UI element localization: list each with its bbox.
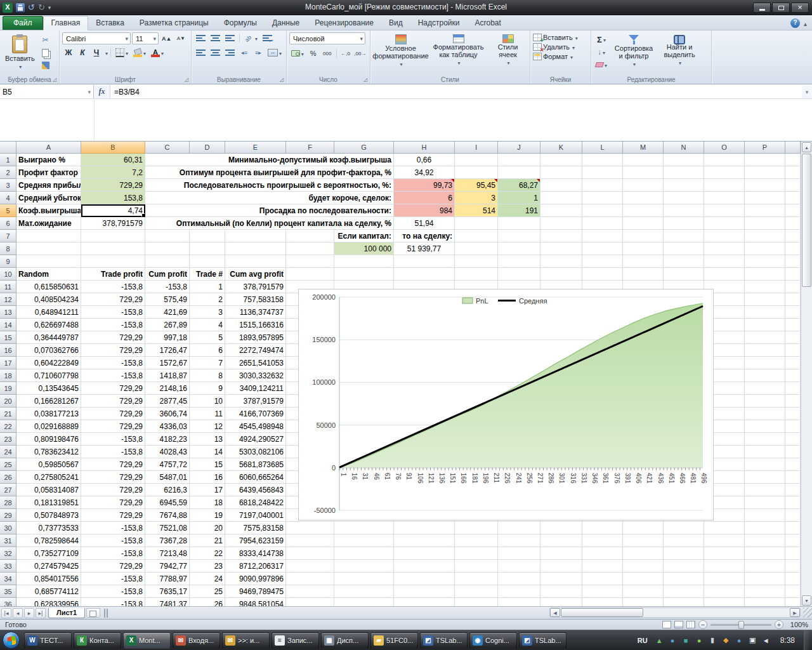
tray-icon-9[interactable]: ◄ <box>761 635 771 646</box>
tray-icon-3[interactable]: ■ <box>681 635 691 646</box>
row-header-20[interactable]: 20 <box>0 395 16 408</box>
cell-J35[interactable] <box>498 585 540 598</box>
taskbar-button-inbox[interactable]: ✉Входя... <box>173 632 220 649</box>
cell-E27[interactable]: 6439,456843 <box>225 484 286 496</box>
grow-font-button[interactable] <box>160 33 173 44</box>
cell-F33[interactable] <box>286 560 334 573</box>
cell-A4[interactable]: Средний убыток <box>16 192 81 204</box>
tab-Рецензирование[interactable]: Рецензирование <box>307 17 381 30</box>
cell-G31[interactable] <box>334 534 394 547</box>
cell-L5[interactable] <box>582 204 623 217</box>
cell-M32[interactable] <box>623 547 664 560</box>
cell-D10[interactable]: Trade # <box>190 268 225 281</box>
taskbar-button-contacts[interactable]: ККонта... <box>74 632 121 649</box>
cell-P5[interactable] <box>745 204 785 217</box>
taskbar-button-cognitive[interactable]: ◉Cogni... <box>469 632 517 649</box>
cell-L36[interactable] <box>582 598 623 606</box>
cell-G30[interactable] <box>334 522 394 534</box>
cell-I32[interactable] <box>455 547 498 560</box>
cell-E11[interactable]: 378,791579 <box>225 281 286 293</box>
cell-L7[interactable] <box>582 230 623 242</box>
cell-I6[interactable] <box>455 217 498 230</box>
horizontal-scrollbar[interactable] <box>549 607 801 618</box>
cell-N8[interactable] <box>664 242 704 255</box>
page-layout-view-button[interactable] <box>674 621 683 628</box>
accounting-format-button[interactable] <box>289 48 306 59</box>
cell-J1[interactable] <box>498 154 540 166</box>
column-header-A[interactable]: A <box>16 142 81 154</box>
align-bottom-button[interactable] <box>223 32 237 44</box>
cell-M36[interactable] <box>623 598 664 606</box>
row-header-33[interactable]: 33 <box>0 560 16 573</box>
cell-C26[interactable]: 5487,01 <box>145 471 190 484</box>
underline-button[interactable]: Ч <box>90 47 103 58</box>
cell-J8[interactable] <box>498 242 540 255</box>
cell-O32[interactable] <box>704 547 745 560</box>
cell-P6[interactable] <box>745 217 785 230</box>
cell-A24[interactable]: 0,783623412 <box>16 446 81 458</box>
cell-C22[interactable]: 4336,03 <box>145 420 190 433</box>
cell-C33[interactable]: 7942,77 <box>145 560 190 573</box>
cell-M34[interactable] <box>623 573 664 585</box>
cell-B34[interactable]: -153,8 <box>81 573 145 585</box>
tray-icon-6[interactable]: ◆ <box>721 635 731 646</box>
cell-L2[interactable] <box>582 166 623 179</box>
zoom-level[interactable]: 100% <box>787 621 808 628</box>
cell-E31[interactable]: 7954,623159 <box>225 534 286 547</box>
cell-K10[interactable] <box>540 268 582 281</box>
fill-button[interactable] <box>594 46 609 58</box>
cell-E36[interactable]: 9848,581054 <box>225 598 286 606</box>
cell-P26[interactable] <box>745 471 785 484</box>
cell-C5[interactable]: Просадка по последовательности: <box>145 204 394 217</box>
cell-K33[interactable] <box>540 560 582 573</box>
cell-I8[interactable] <box>455 242 498 255</box>
cell-L1[interactable] <box>582 154 623 166</box>
cell-E26[interactable]: 6060,665264 <box>225 471 286 484</box>
cell-P36[interactable] <box>745 598 785 606</box>
find-select-button[interactable]: Найти и выделить <box>658 32 700 75</box>
cell-L10[interactable] <box>582 268 623 281</box>
cell-A33[interactable]: 0,274579425 <box>16 560 81 573</box>
cell-M7[interactable] <box>623 230 664 242</box>
cell-A11[interactable]: 0,615850631 <box>16 281 81 293</box>
cell-M31[interactable] <box>623 534 664 547</box>
cell-E33[interactable]: 8712,206317 <box>225 560 286 573</box>
row-header-12[interactable]: 12 <box>0 293 16 306</box>
font-dialog-launcher[interactable] <box>183 77 190 83</box>
prev-sheet-nav-icon[interactable]: ◂ <box>13 608 23 618</box>
font-color-button[interactable] <box>149 47 166 58</box>
cell-B12[interactable]: 729,29 <box>81 293 145 306</box>
cell-N33[interactable] <box>664 560 704 573</box>
cell-A21[interactable]: 0,038177213 <box>16 408 81 420</box>
cell-C32[interactable]: 7213,48 <box>145 547 190 560</box>
cell-J9[interactable] <box>498 255 540 268</box>
cell-M10[interactable] <box>623 268 664 281</box>
zoom-slider-thumb[interactable] <box>738 621 744 629</box>
cell-M2[interactable] <box>623 166 664 179</box>
delete-cells-button[interactable]: Удалить <box>533 43 588 51</box>
format-as-table-button[interactable]: Форматировать как таблицу <box>431 32 487 75</box>
row-header-36[interactable]: 36 <box>0 598 16 606</box>
cell-P17[interactable] <box>745 357 785 369</box>
cell-B14[interactable]: -153,8 <box>81 319 145 331</box>
column-header-I[interactable]: I <box>455 142 498 154</box>
cell-A1[interactable]: Выиграно % <box>16 154 81 166</box>
cell-I4[interactable]: 3 <box>455 192 498 204</box>
taskbar-clock[interactable]: 8:38 <box>775 636 800 645</box>
cell-I10[interactable] <box>455 268 498 281</box>
cell-K36[interactable] <box>540 598 582 606</box>
cell-K8[interactable] <box>540 242 582 255</box>
cell-D12[interactable]: 2 <box>190 293 225 306</box>
cell-P13[interactable] <box>745 306 785 319</box>
cell-H36[interactable] <box>394 598 455 606</box>
cell-E7[interactable] <box>225 230 286 242</box>
tray-icon-4[interactable]: ● <box>694 635 705 646</box>
scroll-down-icon[interactable] <box>802 595 811 606</box>
cell-C7[interactable] <box>145 230 190 242</box>
cell-K32[interactable] <box>540 547 582 560</box>
row-header-30[interactable]: 30 <box>0 522 16 534</box>
cell-A20[interactable]: 0,166281267 <box>16 395 81 408</box>
cell-O3[interactable] <box>704 179 745 192</box>
cell-I34[interactable] <box>455 573 498 585</box>
cell-C29[interactable]: 7674,88 <box>145 509 190 522</box>
